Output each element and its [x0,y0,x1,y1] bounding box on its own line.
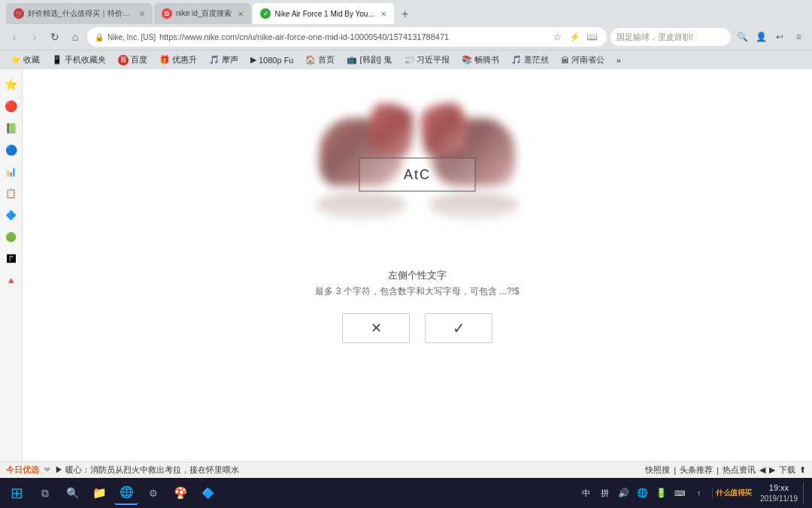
taskbar-lang[interactable]: 拼 [596,485,613,501]
show-desktop-button[interactable] [803,482,809,503]
taskbar-network[interactable]: 🌐 [634,485,650,501]
youhui-icon: 🎁 [159,55,170,65]
bookmark-label: 河南省公 [571,54,604,65]
tab-2-label: nike id_百度搜索 [176,8,232,19]
bookmark-korean[interactable]: 📺 [韩剧] 鬼 [342,53,395,67]
sidebar-icon-weibo[interactable]: 🔴 [2,97,20,115]
tab-bar: 🛒 好价精选_什么值得买｜特价商品... ✕ B nike id_百度搜索 ✕ … [0,0,812,24]
refresh-button[interactable]: ↻ [47,29,63,45]
taskbar-search[interactable]: 🔍 [60,481,84,505]
bookmark-label: 收藏 [23,54,40,65]
tab-2[interactable]: B nike id_百度搜索 ✕ [154,3,251,24]
taskbar-input-method[interactable]: 中 [577,485,594,501]
confirm-button[interactable]: ✓ [425,313,492,343]
video-icon: ▶ [250,55,256,65]
taskbar-keyboard[interactable]: ⌨ [671,485,688,501]
tv-icon: 📺 [347,55,357,65]
bookmark-mobile[interactable]: 📱 手机收藏夹 [47,53,111,67]
taskbar-app-extra[interactable]: 🔷 [195,481,220,505]
sidebar-icon-wechat[interactable]: 📗 [2,119,20,137]
bookmark-youhui[interactable]: 🎁 优惠升 [155,53,201,67]
reader-icon[interactable]: 📖 [584,29,599,44]
search-icon[interactable]: 🔍 [735,29,750,44]
sidebar-icon-star[interactable]: ⭐ [2,75,20,93]
taskbar-mario[interactable]: 🍄 [168,481,192,505]
browser-chrome: 🛒 好价精选_什么值得买｜特价商品... ✕ B nike id_百度搜索 ✕ … [0,0,812,69]
menu-icon[interactable]: ≡ [791,29,806,44]
user-icon[interactable]: 👤 [753,29,768,44]
bookmark-home[interactable]: 🏠 首页 [301,53,339,67]
bookmark-xijinping[interactable]: 📰 习近平报 [399,53,454,67]
tab-1-close[interactable]: ✕ [139,10,145,18]
sidebar-icon-blue[interactable]: 🔷 [2,206,20,224]
taskbar-system[interactable]: ⚙ [141,481,165,505]
bookmark-collections[interactable]: ⭐ 收藏 [6,53,44,67]
taskbar-battery[interactable]: 🔋 [653,485,669,501]
sidebar-icon-green[interactable]: 🟢 [2,228,20,246]
sidebar-icon-note[interactable]: 📋 [2,184,20,202]
headline-label[interactable]: 头条推荐 [680,464,713,476]
tab-3-close[interactable]: ✕ [380,10,386,18]
back-button[interactable]: ‹ [6,29,23,45]
new-tab-button[interactable]: + [395,5,415,24]
tab-3[interactable]: ✓ Nike Air Force 1 Mid By You... ✕ [253,3,393,24]
text-input-overlay [359,158,476,192]
taskbar-browser[interactable]: 🌐 [114,481,138,505]
taskbar-sound[interactable]: 🔊 [615,485,632,501]
search-label[interactable]: 快照搜 [645,464,670,476]
tab-2-close[interactable]: ✕ [238,10,244,18]
next-icon[interactable]: ▶ [769,465,775,475]
book-icon: 📚 [462,55,472,65]
bookmark-label: 百度 [131,54,147,65]
page-content: 左侧个性文字 最多 3 个字符，包含数字和大写字母，可包含 ...?!$ ✕ ✓ [23,69,812,461]
start-button[interactable]: ⊞ [3,479,30,506]
taskbar-task-view[interactable]: ⧉ [33,481,57,505]
cancel-button[interactable]: ✕ [342,313,410,343]
taskbar-right: 中 拼 🔊 🌐 🔋 ⌨ ↑ 什么值得买 19:xx 2019/11/19 [577,482,809,503]
tab-1[interactable]: 🛒 好价精选_什么值得买｜特价商品... ✕ [6,3,153,24]
forward-button[interactable]: › [26,29,43,45]
gov-icon: 🏛 [561,56,569,65]
sidebar-icon-chart[interactable]: 📊 [2,163,20,181]
taskbar-file-manager[interactable]: 📁 [87,481,111,505]
bookmark-label: 优惠升 [172,54,197,65]
hotnews-label[interactable]: 热点资讯 [723,464,756,476]
chevron-right-icon: » [617,56,621,65]
taskbar-time[interactable]: 19:xx 2019/11/19 [757,482,801,503]
customizer-area: 左侧个性文字 最多 3 个字符，包含数字和大写字母，可包含 ...?!$ ✕ ✓ [304,92,530,343]
taskbar: ⊞ ⧉ 🔍 📁 🌐 ⚙ 🍄 🔷 中 拼 🔊 🌐 🔋 ⌨ ↑ 什么值得买 19:x [0,478,812,508]
home-bm-icon: 🏠 [305,55,316,65]
bookmarks-bar: ⭐ 收藏 📱 手机收藏夹 百 百度 🎁 优惠升 🎵 摩声 ▶ 1080p Fu … [0,50,812,69]
action-buttons: ✕ ✓ [342,313,492,343]
prev-icon[interactable]: ◀ [759,465,765,475]
bookmark-1080p[interactable]: ▶ 1080p Fu [246,53,298,66]
address-bar-row: ‹ › ↻ ⌂ 🔒 Nike, Inc. [US] https://www.ni… [0,24,812,50]
bookmark-star-icon[interactable]: ☆ [550,29,565,44]
sidebar-icon-p[interactable]: 🅿 [2,250,20,268]
bookmark-more[interactable]: » [612,54,626,66]
sidebar-icon-qq[interactable]: 🔵 [2,141,20,159]
sidebar-icon-triangle[interactable]: 🔺 [2,272,20,290]
bookmark-music2[interactable]: 🎵 薏茫丝 [507,53,553,67]
label-area: 左侧个性文字 最多 3 个字符，包含数字和大写字母，可包含 ...?!$ [315,269,519,298]
expand-icon[interactable]: ⬆ [799,465,806,475]
taskbar-update[interactable]: ↑ [690,485,707,501]
address-bar[interactable]: 🔒 Nike, Inc. [US] https://www.nike.com/c… [87,27,607,47]
brand-label: 什么值得买 [716,488,752,498]
search-box[interactable]: 国足输球，里皮辞职! [611,28,731,46]
news-text: ▶ 暖心：消防员从烈火中救出考拉，接在怀里喂水 [55,464,239,476]
bookmark-henan[interactable]: 🏛 河南省公 [556,53,609,67]
bookmark-label: 摩声 [222,54,238,65]
tab-1-favicon: 🛒 [14,8,24,19]
home-button[interactable]: ⌂ [67,29,83,45]
download-label[interactable]: 下载 [779,464,795,476]
customization-text-input[interactable] [359,158,476,192]
label-title: 左侧个性文字 [315,269,519,282]
undo-icon[interactable]: ↩ [772,29,787,44]
mobile-icon: 📱 [52,55,62,65]
bookmark-musheng[interactable]: 🎵 摩声 [205,53,243,67]
extension-icon[interactable]: ⚡ [567,29,582,44]
bookmark-baidu[interactable]: 百 百度 [114,53,152,67]
bookmark-book[interactable]: 📚 畅骑书 [457,53,504,67]
music-icon: 🎵 [511,55,522,65]
